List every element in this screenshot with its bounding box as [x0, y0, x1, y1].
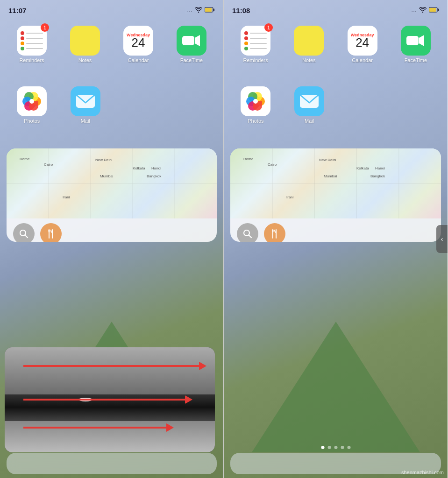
reminders-label: Reminders	[19, 57, 44, 63]
page-dot-5[interactable]	[347, 446, 350, 449]
reminders-badge: 1	[41, 23, 49, 32]
right-photos-icon	[241, 86, 270, 116]
wifi-icon	[195, 7, 202, 14]
mail-label: Mail	[81, 118, 90, 124]
watermark: shenmazhishi.com	[401, 470, 444, 475]
left-app-grid-row1: 1 Reminders Notes	[7, 26, 217, 63]
facetime-label: FaceTime	[180, 57, 203, 63]
right-calendar-day-num: 24	[356, 36, 369, 49]
notes-app[interactable]: Notes	[60, 26, 110, 63]
reminders-icon-content	[17, 28, 47, 54]
maps-map-view: Rome Cairo New Delhi Kolkata Mumbai Hano…	[7, 148, 217, 218]
battery-icon-right	[429, 7, 439, 14]
page-dot-1[interactable]	[321, 446, 324, 449]
svg-point-0	[198, 11, 199, 12]
battery-icon	[205, 7, 215, 14]
right-status-icons: …	[411, 7, 439, 14]
right-calendar-app[interactable]: Wednesday 24 Calendar	[337, 26, 388, 63]
right-maps-food-button[interactable]	[264, 223, 285, 242]
mail-icon-svg	[76, 94, 95, 108]
svg-rect-20	[438, 8, 439, 11]
photo-content	[5, 347, 215, 452]
reminders-app[interactable]: 1 Reminders	[7, 26, 57, 63]
photos-icon-content	[17, 86, 47, 116]
right-reminders-badge: 1	[264, 23, 273, 32]
calendar-app[interactable]: Wednesday 24 Calendar	[113, 26, 164, 63]
right-search-icon	[242, 229, 253, 239]
right-photos-label: Photos	[248, 118, 263, 124]
map-grid	[7, 148, 217, 218]
red-arrow-3	[23, 427, 168, 429]
right-mail-icon	[299, 94, 319, 108]
svg-rect-3	[213, 8, 214, 11]
right-mail-app[interactable]: Mail	[284, 86, 335, 124]
calendar-label: Calendar	[128, 57, 149, 63]
wifi-icon-right	[419, 7, 427, 14]
right-food-icon	[270, 229, 280, 239]
svg-line-13	[25, 235, 28, 238]
right-phone-screen: 11:08 … 1 Reminders	[224, 0, 448, 478]
svg-rect-19	[429, 8, 436, 12]
notes-icon-content	[81, 31, 89, 51]
right-maps-widget[interactable]: Rome Cairo New Delhi Kolkata Mumbai Hano…	[230, 148, 441, 242]
right-app-grid-row1: 1 Reminders Notes	[230, 26, 441, 63]
left-photo-widget	[5, 347, 215, 452]
page-dot-4[interactable]	[341, 446, 344, 449]
left-time: 11:07	[8, 7, 26, 14]
right-map-grid	[230, 148, 441, 218]
right-photos-app[interactable]: Photos	[230, 86, 281, 124]
photos-label: Photos	[24, 118, 40, 124]
right-time: 11:08	[232, 7, 250, 14]
calendar-day-num: 24	[132, 36, 145, 49]
svg-rect-21	[406, 36, 419, 45]
right-mountain-shape	[252, 322, 420, 452]
right-maps-map-view: Rome Cairo New Delhi Kolkata Mumbai Hano…	[230, 148, 441, 218]
photos-app[interactable]: Photos	[7, 86, 57, 124]
right-status-bar: 11:08 …	[224, 0, 448, 21]
signal-icon: …	[187, 7, 192, 14]
left-status-bar: 11:07 …	[0, 0, 223, 21]
svg-rect-4	[182, 36, 194, 45]
left-status-icons: …	[187, 7, 215, 14]
back-chevron-icon: ‹	[441, 235, 443, 243]
red-arrow-2	[23, 399, 187, 401]
right-facetime-label: FaceTime	[405, 57, 427, 63]
right-page-dots	[321, 446, 350, 449]
right-mail-label: Mail	[305, 118, 314, 124]
facetime-icon-svg	[182, 34, 201, 47]
page-dot-2[interactable]	[327, 446, 331, 449]
right-notes-icon	[305, 31, 313, 51]
page-dot-3[interactable]	[334, 446, 337, 449]
signal-icon-right: …	[411, 7, 417, 14]
right-reminders-app[interactable]: 1 Reminders	[230, 26, 281, 63]
svg-marker-22	[419, 35, 424, 46]
right-facetime-icon	[406, 34, 425, 47]
maps-food-button[interactable]	[40, 223, 62, 242]
right-notes-app[interactable]: Notes	[284, 26, 334, 63]
maps-controls	[7, 218, 217, 242]
right-reminders-label: Reminders	[243, 57, 268, 63]
left-app-grid-row2: Photos Mail	[7, 86, 217, 124]
svg-line-30	[249, 235, 252, 238]
left-phone-screen: 11:07 … 1 Reminders	[0, 0, 224, 478]
right-maps-search-button[interactable]	[237, 223, 258, 242]
right-maps-controls	[230, 218, 441, 242]
right-reminders-icon	[241, 28, 270, 54]
left-maps-widget[interactable]: Rome Cairo New Delhi Kolkata Mumbai Hano…	[7, 148, 217, 242]
right-facetime-app[interactable]: FaceTime	[391, 26, 441, 63]
food-icon	[46, 229, 56, 239]
maps-search-button[interactable]	[13, 223, 35, 242]
right-back-indicator[interactable]: ‹	[436, 225, 448, 253]
svg-point-17	[422, 11, 423, 12]
right-notes-label: Notes	[302, 57, 316, 63]
svg-marker-5	[195, 35, 200, 46]
search-icon	[19, 229, 29, 239]
left-dock	[7, 453, 217, 474]
mail-app[interactable]: Mail	[60, 86, 111, 124]
svg-rect-2	[205, 8, 212, 12]
red-arrow-1	[23, 365, 201, 367]
facetime-app[interactable]: FaceTime	[166, 26, 217, 63]
notes-label: Notes	[78, 57, 92, 63]
right-calendar-label: Calendar	[352, 57, 373, 63]
right-app-grid-row2: Photos Mail	[230, 86, 441, 124]
